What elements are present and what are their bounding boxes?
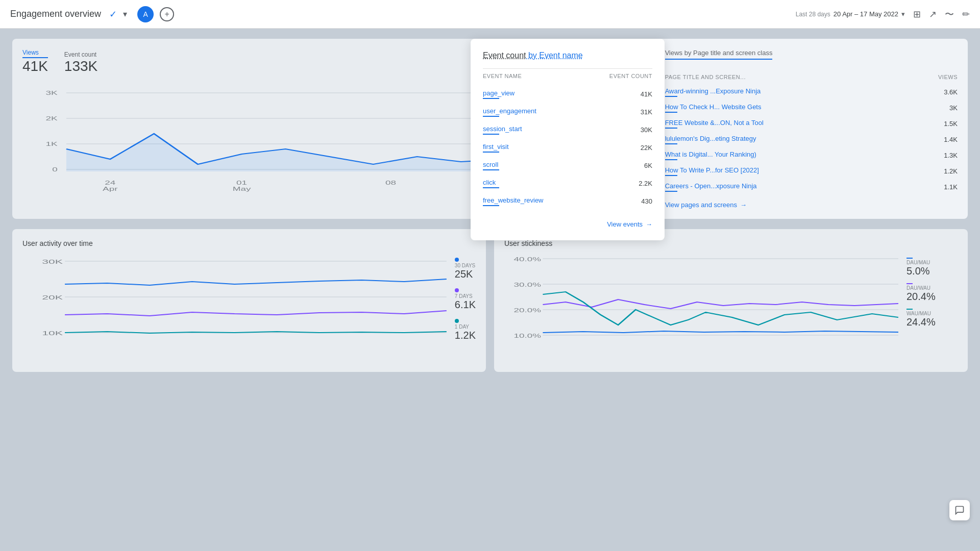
event-name-cell[interactable]: scroll (483, 157, 582, 174)
page-name-cell: How To Write P...for SEO [2022] (665, 163, 910, 179)
event-count-cell: 30K (582, 121, 652, 139)
event-count-popup: Event count by Event name EVENT NAME EVE… (471, 39, 665, 240)
event-name-cell[interactable]: user_engagement (483, 103, 582, 121)
analytics-icon[interactable]: 〜 (945, 8, 954, 20)
stick-value: 20.4% (906, 291, 958, 303)
header-dropdown-icon[interactable]: ▾ (123, 9, 127, 19)
svg-text:30.0%: 30.0% (514, 282, 542, 288)
event-count-col-header: EVENT COUNT (582, 71, 652, 85)
row-indicator (665, 159, 677, 160)
popup-table-row: click 2.2K (483, 174, 652, 192)
legend-dot (455, 258, 459, 262)
event-name-col-header: EVENT NAME (483, 71, 582, 85)
legend-dot (455, 288, 459, 292)
views-table-row: What is Digital... Your Ranking) 1.3K (665, 147, 958, 163)
page-name-cell: lululemon's Dig...eting Strategy (665, 132, 910, 147)
row-indicator (665, 96, 677, 97)
row-indicator (665, 128, 677, 129)
event-name-cell[interactable]: session_start (483, 121, 582, 139)
feedback-fab[interactable] (949, 500, 970, 520)
event-name-text: click (483, 179, 582, 186)
row-indicator (665, 112, 677, 113)
event-underline-indicator (483, 205, 499, 206)
svg-text:20.0%: 20.0% (514, 307, 542, 313)
event-name-cell[interactable]: page_view (483, 85, 582, 103)
table-icon[interactable]: ⊞ (913, 9, 921, 20)
user-activity-card: User activity over time 30K 20K 10K (12, 229, 486, 372)
event-underline-indicator (483, 116, 499, 117)
page-name-text: Award-winning ...Exposure Ninja (665, 87, 910, 95)
activity-line-chart: 30K 20K 10K (22, 254, 447, 347)
views-by-page-title: Views by Page title and screen class (665, 49, 773, 60)
main-content: Views 41K Event count 133K 3K 2K (0, 29, 980, 382)
views-by-page-card: Views by Page title and screen class PAG… (655, 39, 968, 219)
svg-text:3K: 3K (46, 90, 58, 96)
stickiness-legend-item: WAU/MAU 24.4% (906, 309, 958, 328)
check-icon: ✓ (109, 9, 117, 20)
svg-text:01: 01 (236, 180, 247, 186)
page-name-cell: How To Check H... Website Gets (665, 100, 910, 116)
svg-text:24: 24 (105, 180, 116, 186)
top-row: Views 41K Event count 133K 3K 2K (12, 39, 968, 219)
view-pages-arrow: → (740, 201, 747, 209)
stick-label: DAU/MAU (906, 260, 958, 265)
event-count-cell: 22K (582, 139, 652, 157)
date-dropdown-icon[interactable]: ▾ (901, 10, 905, 18)
edit-icon[interactable]: ✏ (962, 9, 970, 20)
user-activity-title: User activity over time (22, 239, 476, 247)
event-name-text: page_view (483, 89, 582, 97)
header: Engagement overview ✓ ▾ A + Last 28 days… (0, 0, 980, 29)
stick-indicator (906, 283, 913, 284)
views-table-row: lululemon's Dig...eting Strategy 1.4K (665, 132, 958, 147)
event-count-label: Event count (64, 51, 97, 58)
bottom-row: User activity over time 30K 20K 10K (12, 229, 968, 372)
stickiness-legend: DAU/MAU 5.0% DAU/WAU 20.4% WAU/MAU 24.4% (906, 254, 958, 357)
event-name-cell[interactable]: free_website_review (483, 192, 582, 210)
popup-divider (483, 68, 652, 69)
popup-table: EVENT NAME EVENT COUNT page_view 41K use… (483, 71, 652, 210)
views-table-row: How To Write P...for SEO [2022] 1.2K (665, 163, 958, 179)
header-right: Last 28 days 20 Apr – 17 May 2022 ▾ ⊞ ↗ … (796, 8, 970, 20)
views-table-row: FREE Website &...ON, Not a Tool 1.5K (665, 116, 958, 132)
page-views-cell: 3.6K (910, 84, 958, 100)
view-events-label: View events (607, 220, 643, 228)
svg-text:10K: 10K (42, 330, 63, 336)
svg-text:0: 0 (52, 166, 58, 172)
event-underline-indicator (483, 98, 499, 99)
views-table-row: Award-winning ...Exposure Ninja 3.6K (665, 84, 958, 100)
page-name-text: FREE Website &...ON, Not a Tool (665, 119, 910, 127)
add-button[interactable]: + (160, 7, 174, 21)
views-value: 41K (22, 58, 48, 74)
page-name-cell: Award-winning ...Exposure Ninja (665, 84, 910, 100)
svg-text:2K: 2K (46, 115, 58, 121)
views-table-row: Careers - Open...xposure Ninja 1.1K (665, 179, 958, 195)
page-col-header: PAGE TITLE AND SCREEN... (665, 72, 910, 84)
event-name-cell[interactable]: click (483, 174, 582, 192)
event-name-text: free_website_review (483, 196, 582, 204)
activity-legend-item: 7 DAYS 6.1K (455, 288, 476, 311)
event-count-cell: 41K (582, 85, 652, 103)
page-name-cell: FREE Website &...ON, Not a Tool (665, 116, 910, 132)
stick-value: 5.0% (906, 265, 958, 277)
views-label: Views (22, 49, 48, 58)
event-count-cell: 2.2K (582, 174, 652, 192)
legend-days: 1 DAY (455, 324, 476, 330)
avatar[interactable]: A (137, 6, 154, 22)
view-events-link[interactable]: View events → (483, 220, 652, 228)
legend-value: 1.2K (455, 330, 476, 341)
event-underline-indicator (483, 152, 499, 153)
legend-dot (455, 319, 459, 323)
event-name-cell[interactable]: first_visit (483, 139, 582, 157)
page-title: Engagement overview (10, 9, 101, 19)
svg-text:20K: 20K (42, 294, 63, 300)
page-name-cell: What is Digital... Your Ranking) (665, 147, 910, 163)
svg-text:May: May (233, 186, 251, 192)
popup-table-row: first_visit 22K (483, 139, 652, 157)
svg-text:30K: 30K (42, 259, 63, 265)
svg-text:1K: 1K (46, 141, 58, 147)
stick-indicator (906, 309, 913, 310)
popup-title-underlined: Event count (483, 51, 526, 60)
page-name-text: How To Check H... Website Gets (665, 103, 910, 111)
share-icon[interactable]: ↗ (929, 9, 937, 20)
view-pages-link[interactable]: View pages and screens → (665, 201, 958, 209)
